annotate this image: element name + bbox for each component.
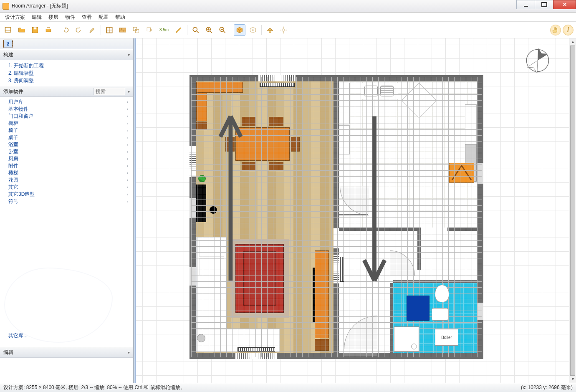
tool-open-icon[interactable]	[16, 24, 28, 36]
menu-view[interactable]: 查看	[78, 13, 95, 22]
section-edit-header[interactable]: 编辑 ▾	[0, 347, 133, 358]
menu-design[interactable]: 设计方案	[2, 13, 28, 22]
tool-bricks-icon[interactable]	[117, 24, 129, 36]
shower[interactable]	[394, 326, 419, 352]
tool-move-icon[interactable]	[130, 24, 142, 36]
menu-help[interactable]: 帮助	[112, 13, 129, 22]
tool-zoom-out-icon[interactable]	[217, 24, 228, 36]
chevron-down-icon: ▾	[128, 350, 130, 355]
window-title: Room Arranger - [无标题]	[12, 3, 68, 10]
boiler[interactable]: Boiler	[435, 329, 458, 346]
floor-3[interactable]: 3	[3, 40, 13, 48]
cat-doors[interactable]: 门口和窗户›	[8, 113, 133, 120]
stairs[interactable]	[189, 75, 249, 125]
svg-rect-0	[5, 27, 11, 32]
cat-tables[interactable]: 桌子›	[8, 134, 133, 141]
section-build-header[interactable]: 构建 ▾	[0, 49, 133, 60]
cat-bedroom[interactable]: 卧室›	[8, 148, 133, 155]
tool-brush-icon[interactable]	[86, 24, 98, 36]
tool-walls-icon[interactable]	[104, 24, 115, 36]
cat-userlib[interactable]: 用户库›	[8, 99, 133, 106]
svg-line-18	[197, 31, 199, 33]
svg-marker-35	[527, 58, 543, 73]
tool-print-icon[interactable]	[43, 24, 54, 36]
tool-zoom-in-icon[interactable]	[203, 24, 215, 36]
tool-save-icon[interactable]	[29, 24, 41, 36]
sidebar: 楼层 1 2 3 构建 ▾ 开始新的工程 编辑墙壁 房间调整 添加物件 ▾ 用户…	[0, 38, 134, 383]
section-build-label: 构建	[3, 51, 13, 58]
bath-sink[interactable]	[432, 308, 448, 321]
window-maximize-button[interactable]	[535, 0, 553, 9]
tool-measure-icon[interactable]: 3.5m	[157, 24, 171, 36]
toolbar: 3.5m i	[0, 22, 576, 38]
floors-switcher: 楼层 1 2 3	[0, 38, 133, 49]
other-library-link[interactable]: 其它库...	[0, 329, 36, 344]
tool-pencil-icon[interactable]	[173, 24, 184, 36]
svg-line-25	[224, 31, 225, 33]
svg-rect-27	[269, 30, 271, 33]
canvas[interactable]: Boiler ▲ ▼	[136, 38, 576, 383]
section-edit-label: 编辑	[3, 349, 13, 356]
svg-rect-6	[47, 27, 50, 29]
build-step-3[interactable]: 房间调整	[8, 77, 133, 84]
scroll-up-icon[interactable]: ▲	[569, 38, 576, 46]
tool-info-icon[interactable]: i	[563, 25, 573, 35]
search-input[interactable]	[93, 88, 125, 95]
tool-redo-icon[interactable]	[73, 24, 85, 36]
svg-line-22	[210, 31, 212, 33]
cat-symbols[interactable]: 符号›	[8, 198, 133, 205]
cat-cabinets[interactable]: 橱柜›	[8, 120, 133, 127]
svg-marker-34	[533, 48, 548, 63]
radiator[interactable]	[260, 83, 295, 87]
section-add-label: 添加物件	[3, 88, 23, 95]
build-step-1[interactable]: 开始新的工程	[8, 62, 133, 69]
cat-other[interactable]: 其它›	[8, 184, 133, 191]
tool-undo-icon[interactable]	[60, 24, 71, 36]
tool-rotate-icon[interactable]	[144, 24, 155, 36]
svg-point-28	[282, 28, 285, 31]
radiator[interactable]	[340, 257, 344, 282]
menu-floors[interactable]: 楼层	[45, 13, 62, 22]
cat-other3d[interactable]: 其它3D造型›	[8, 191, 133, 198]
chevron-down-icon: ▾	[128, 53, 130, 57]
cat-kitchen[interactable]: 厨房›	[8, 155, 133, 162]
tool-export-icon[interactable]	[264, 24, 276, 36]
bath-mat[interactable]	[407, 296, 429, 321]
menu-edit[interactable]: 编辑	[28, 13, 45, 22]
tool-view3d-walk-icon[interactable]	[247, 24, 259, 36]
status-coords: (x: 10233 y: 2696 毫米)	[521, 384, 573, 391]
app-icon	[3, 3, 9, 10]
svg-point-17	[193, 27, 197, 31]
radiator[interactable]	[237, 347, 275, 352]
build-step-list: 开始新的工程 编辑墙壁 房间调整	[0, 60, 133, 86]
svg-rect-16	[147, 28, 150, 31]
floor-plan[interactable]: Boiler	[189, 75, 483, 359]
vertical-scrollbar[interactable]: ▲ ▼	[569, 38, 576, 383]
tool-hand-icon[interactable]	[550, 25, 561, 35]
menubar: 设计方案 编辑 楼层 物件 查看 配置 帮助	[0, 13, 576, 22]
menu-config[interactable]: 配置	[95, 13, 112, 22]
cat-basic[interactable]: 基本物件›	[8, 106, 133, 113]
tool-new-icon[interactable]	[3, 24, 14, 36]
cat-bath[interactable]: 浴室›	[8, 141, 133, 148]
svg-rect-4	[34, 27, 37, 29]
build-step-2[interactable]: 编辑墙壁	[8, 69, 133, 77]
tool-zoom-fit-icon[interactable]	[190, 24, 202, 36]
cat-chairs[interactable]: 椅子›	[8, 127, 133, 134]
toilet[interactable]	[435, 285, 449, 302]
chevron-down-icon: ▾	[128, 89, 130, 94]
cat-stairs[interactable]: 楼梯›	[8, 169, 133, 177]
section-add-header[interactable]: 添加物件 ▾	[0, 86, 133, 97]
scroll-thumb[interactable]	[570, 46, 575, 376]
tool-render-icon[interactable]	[278, 24, 289, 36]
compass-icon	[523, 46, 552, 75]
scroll-down-icon[interactable]: ▼	[569, 376, 576, 383]
titlebar: Room Arranger - [无标题]	[0, 0, 576, 13]
cat-garden[interactable]: 花园›	[8, 177, 133, 184]
window-minimize-button[interactable]	[516, 0, 535, 9]
svg-rect-5	[46, 29, 51, 32]
tool-view3d-icon[interactable]	[234, 24, 245, 36]
cat-accessory[interactable]: 附件›	[8, 162, 133, 169]
menu-objects[interactable]: 物件	[62, 13, 78, 22]
window-close-button[interactable]	[553, 0, 576, 9]
